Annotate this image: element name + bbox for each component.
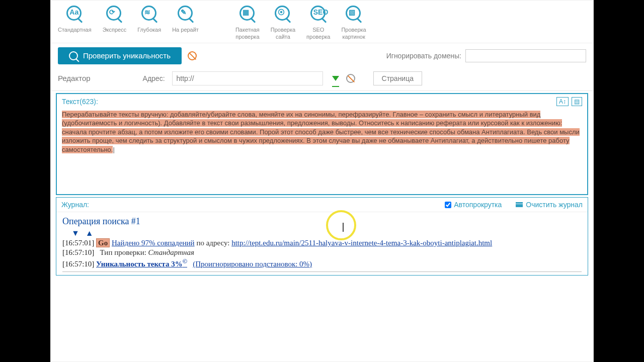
toolbar-item-label: Стандартная [58,27,92,34]
sort-arrows[interactable]: ▼ ▲ [71,229,582,238]
log-panel: Журнал: Автопрокрутка Очистить журнал Оп… [56,197,588,276]
address-input[interactable] [172,71,323,85]
page-tab[interactable]: Страница [373,71,422,85]
ignore-domains-input[interactable] [465,49,586,62]
toolbar-group-checks: ▦Пакетнаяпроверка⦿ПроверкасайтаSEOSEOпро… [235,4,366,41]
log-body: Операция поиска #1 ▼ ▲ [16:57:01] Go Най… [56,212,588,275]
log-header: Журнал: Автопрокрутка Очистить журнал [56,198,588,212]
mode-rewrite[interactable]: ✎На рерайт [172,4,199,34]
check-button-label: Проверить уникальность [83,51,171,60]
log-separator [62,272,582,272]
autoscroll-wrap[interactable]: Автопрокрутка [445,201,502,209]
magnifier-icon: ▧ [343,4,365,26]
log-lines: [16:57:01] Go Найдено 97% совпадений по … [62,239,582,268]
autoscroll-checkbox[interactable] [445,202,451,208]
magnifier-icon: ✎ [175,4,197,26]
text-count-label: Текст(623): [62,98,98,106]
toolbar-item-label: Глубокая [137,27,161,34]
text-tools: A↕ ▤ [556,97,582,106]
clear-url-icon[interactable] [346,74,355,83]
log-line: [16:57:10] Тип проверки: Стандартная [62,248,582,257]
font-tool-icon[interactable]: A↕ [556,97,569,106]
download-icon[interactable] [332,76,339,81]
search-icon [69,51,78,60]
ignore-domains-label: Игнорировать домены: [386,52,461,60]
action-row: Проверить уникальность Игнорировать доме… [51,43,593,68]
seo-check[interactable]: SEOSEOпроверка [306,4,330,41]
cancel-icon[interactable] [188,51,197,60]
batch-check[interactable]: ▦Пакетнаяпроверка [235,4,260,41]
magnifier-icon: ⦿ [272,4,294,26]
highlighted-text: Перерабатывайте тексты вручную: добавляй… [62,111,580,153]
editor-tab-label: Редактор [58,74,91,82]
toolbar-item-label: Проверкасайта [271,27,295,41]
ignored-subst-link[interactable]: (Проигнорировано подстановок: 0%) [193,260,312,268]
magnifier-icon: ⟳ [103,4,125,26]
go-badge[interactable]: Go [96,238,110,247]
magnifier-icon: Аа [63,4,86,26]
main-toolbar: АаСтандартная⟳Экспресс≋Глубокая✎На рерай… [51,1,593,43]
mode-standard[interactable]: АаСтандартная [58,4,92,34]
operation-title: Операция поиска #1 [62,216,582,227]
check-uniqueness-button[interactable]: Проверить уникальность [58,47,182,64]
toolbar-item-label: Проверкакартинок [341,27,366,41]
source-url-link[interactable]: http://tept.edu.ru/main/2511-halyava-v-i… [231,239,492,247]
app-frame: АаСтандартная⟳Экспресс≋Глубокая✎На рерай… [50,0,594,362]
magnifier-icon: ▦ [236,4,259,26]
ignore-domains-wrap: Игнорировать домены: [386,49,586,62]
brush-icon [516,202,523,207]
magnifier-icon: ≋ [138,4,160,26]
site-check[interactable]: ⦿Проверкасайта [271,4,295,41]
url-row: Редактор Адрес: Страница [51,68,593,91]
layout-tool-icon[interactable]: ▤ [572,97,582,106]
uniqueness-link[interactable]: Уникальность текста 3%© [96,260,187,268]
magnifier-icon: SEO [307,4,330,26]
toolbar-item-label: На рерайт [172,27,199,34]
log-title: Журнал: [61,201,89,209]
text-cursor: | [113,146,114,153]
log-line: [16:57:01] Go Найдено 97% совпадений по … [62,239,582,247]
autoscroll-label: Автопрокрутка [454,201,502,209]
left-black-bar [0,0,50,362]
mode-express[interactable]: ⟳Экспресс [103,4,127,34]
match-link[interactable]: Найдено 97% совпадений [112,239,195,247]
toolbar-item-label: Пакетнаяпроверка [235,27,260,41]
right-black-bar [594,0,644,362]
toolbar-group-modes: АаСтандартная⟳Экспресс≋Глубокая✎На рерай… [58,4,199,34]
text-body[interactable]: Перерабатывайте тексты вручную: добавляй… [57,109,587,195]
address-label: Адрес: [143,74,165,82]
clear-log-label: Очистить журнал [526,201,583,209]
image-check[interactable]: ▧Проверкакартинок [341,4,366,41]
text-panel: Текст(623): A↕ ▤ Перерабатывайте тексты … [56,93,588,196]
clear-log-button[interactable]: Очистить журнал [516,201,583,209]
text-panel-header: Текст(623): A↕ ▤ [57,94,587,109]
mode-deep[interactable]: ≋Глубокая [137,4,161,34]
toolbar-item-label: Экспресс [103,27,127,34]
log-line: [16:57:10] Уникальность текста 3%© (Прои… [62,258,582,268]
toolbar-item-label: SEOпроверка [306,27,330,41]
